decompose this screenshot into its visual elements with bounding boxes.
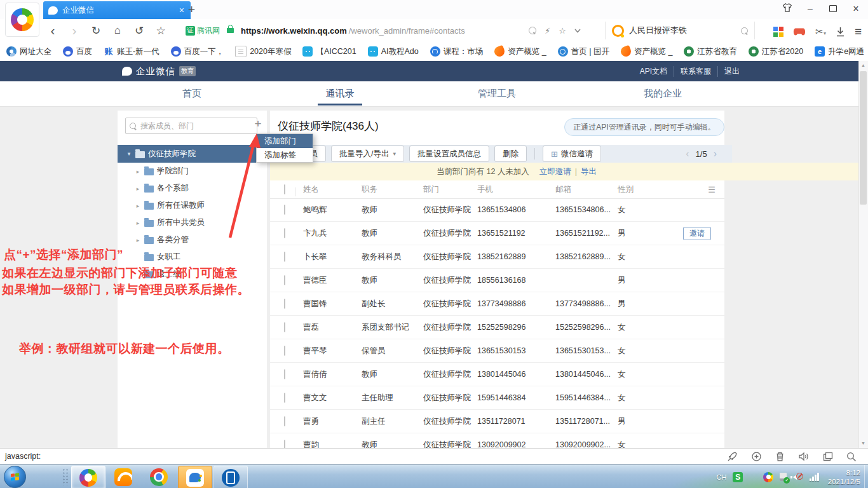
scrollbar-up-icon[interactable]: ▲ [859, 61, 867, 70]
row-checkbox[interactable] [284, 322, 285, 332]
table-row[interactable]: 曹德臣 教师 仪征技师学院 ;... 18556136168 男 [270, 269, 724, 292]
wechat-invite-button[interactable]: ⊞微信邀请 [543, 146, 601, 162]
home-button[interactable]: ⌂ [112, 24, 123, 37]
search-go-icon[interactable] [741, 27, 748, 34]
table-row[interactable]: 卜长翠 教务科科员 仪征技师学院 ;... 13852162889 138521… [270, 245, 724, 269]
bookmark-item[interactable]: 百度一下， [171, 46, 224, 57]
main-menu-icon[interactable]: ≡ [855, 25, 862, 39]
tray-360-icon[interactable] [763, 472, 773, 482]
screenshot-scissors-icon[interactable]: ✂▾ [815, 26, 826, 37]
table-row[interactable]: 曹平琴 保管员 仪征技师学院 ;... 13651530153 13651530… [270, 339, 724, 363]
back-button[interactable]: ‹ [47, 23, 58, 38]
tree-expand-icon[interactable]: ▸ [135, 237, 141, 243]
bookmark-item[interactable]: 资产概览 _ [494, 46, 546, 57]
select-all-checkbox[interactable] [284, 184, 285, 194]
refresh-button[interactable]: ↻ [90, 24, 102, 37]
page-scrollbar[interactable]: ▲ ▼ [858, 61, 868, 448]
topbar-link[interactable]: 联系客服 [674, 66, 718, 77]
row-checkbox[interactable] [284, 346, 285, 356]
taskbar-phone-assistant[interactable] [214, 466, 248, 488]
url-domain[interactable]: https://work.weixin.qq.com [241, 26, 347, 36]
taskbar-chrome[interactable] [142, 466, 175, 488]
bookmark-item[interactable]: AI教程Ado [368, 46, 419, 57]
undo-button[interactable]: ↺ [133, 24, 145, 37]
table-row[interactable]: 曹国锋 副处长 仪征技师学院 ;... 13773498886 13773498… [270, 292, 724, 316]
tab-close-icon[interactable]: × [178, 5, 186, 15]
taskbar-360-browser[interactable] [71, 466, 105, 488]
show-desktop-button[interactable] [864, 465, 868, 488]
browser-search-box[interactable]: 人民日报评李铁 [605, 22, 755, 39]
tree-expand-icon[interactable]: ▸ [135, 203, 141, 209]
cleaner-trash-icon[interactable] [775, 451, 785, 462]
browser-logo[interactable] [5, 3, 39, 37]
bookmark-item[interactable]: 首页 | 国开 [558, 46, 609, 57]
add-department-plus-button[interactable]: + [252, 117, 264, 131]
tree-expand-icon[interactable]: ▸ [135, 220, 141, 226]
row-checkbox[interactable] [284, 252, 285, 262]
games-icon[interactable] [793, 27, 806, 36]
language-indicator[interactable]: CH [716, 473, 726, 481]
tray-usb-icon[interactable] [780, 473, 787, 481]
forward-button[interactable]: › [69, 23, 80, 38]
bookmark-item[interactable]: 升学e网通 [815, 46, 864, 57]
find-in-page-icon[interactable] [529, 27, 536, 34]
prev-page-icon[interactable]: ‹ [686, 148, 689, 159]
export-link[interactable]: 导出 [581, 166, 597, 177]
address-bar[interactable]: 证 腾讯网 https://work.weixin.qq.com/wework_… [186, 22, 465, 39]
skin-button[interactable] [780, 3, 794, 15]
invite-now-link[interactable]: 立即邀请 [539, 166, 571, 177]
bookmark-item[interactable]: 账王-新一代 [104, 46, 159, 57]
multi-window-icon[interactable] [823, 452, 833, 461]
nav-tab[interactable]: 首页 [163, 81, 220, 105]
invite-button[interactable]: 邀请 [683, 227, 711, 240]
table-row[interactable]: 鲍鸣辉 教师 仪征技师学院 ;... 13651534806 136515348… [270, 198, 724, 222]
nav-tab[interactable]: 通讯录 [311, 81, 369, 105]
row-checkbox[interactable] [284, 299, 285, 309]
extensions-lightning-icon[interactable]: ⚡ [545, 26, 550, 36]
nav-tab[interactable]: 我的企业 [634, 81, 691, 105]
tray-network-signal-icon[interactable] [810, 473, 819, 481]
bookmark-item[interactable]: 资产概览 _ [621, 46, 672, 57]
scrollbar-down-icon[interactable]: ▼ [859, 439, 867, 448]
bookmark-item[interactable]: 江苏省教育 [684, 46, 737, 57]
batch-set-info-button[interactable]: 批量设置成员信息 [409, 146, 489, 162]
table-row[interactable]: 曹勇 副主任 仪征技师学院 ;... 13511728071 135117280… [270, 410, 724, 433]
nav-tab[interactable]: 管理工具 [468, 81, 526, 105]
table-row[interactable]: 卞九兵 教师 仪征技师学院 ;... 13651521192 136515211… [270, 222, 724, 245]
speed-test-icon[interactable] [751, 451, 762, 462]
sogou-input-icon[interactable]: S [733, 472, 743, 482]
row-checkbox[interactable] [284, 416, 285, 426]
row-checkbox[interactable] [284, 205, 285, 215]
tree-expand-icon[interactable]: ▸ [135, 168, 141, 175]
topbar-link[interactable]: 退出 [718, 66, 746, 77]
site-navigation-grid-icon[interactable] [773, 27, 783, 37]
row-checkbox[interactable] [284, 440, 285, 448]
search-input[interactable] [139, 121, 237, 131]
table-row[interactable]: 曹韵 教师 仪征技师学院 ;... 13092009902 1309200990… [270, 433, 724, 448]
zoom-icon[interactable] [846, 452, 857, 462]
bookmark-item[interactable]: 【AICC201 [302, 46, 356, 57]
topbar-link[interactable]: API文档 [634, 66, 674, 77]
row-checkbox[interactable] [284, 393, 285, 403]
tray-muted-volume-icon[interactable] [793, 473, 803, 482]
tree-item[interactable]: 女职工 [118, 248, 267, 266]
scrollbar-thumb[interactable] [860, 71, 867, 205]
bookmark-item[interactable]: 百度 [63, 46, 92, 57]
bookmark-item[interactable]: 2020年寒假 [235, 46, 291, 57]
minimize-button[interactable]: – [803, 4, 817, 14]
tree-expand-icon[interactable]: ▾ [126, 151, 132, 157]
new-tab-button[interactable]: + [188, 3, 195, 17]
site-cert-badge[interactable]: 证 腾讯网 [186, 25, 220, 36]
row-checkbox[interactable] [284, 369, 285, 379]
bookmark-item[interactable]: 江苏省2020 [749, 46, 803, 57]
search-query[interactable]: 人民日报评李铁 [629, 25, 736, 36]
table-row[interactable]: 曹磊 系团支部书记 仪征技师学院 ;... 15252598296 152525… [270, 316, 724, 339]
start-button[interactable] [4, 466, 26, 488]
volume-icon[interactable] [798, 452, 810, 461]
boost-rocket-icon[interactable] [727, 451, 738, 462]
url-path[interactable]: /wework_admin/frame#contacts [349, 26, 465, 36]
bookmark-page-star-icon[interactable]: ☆ [559, 26, 566, 36]
taskbar-wework[interactable] [178, 466, 212, 488]
next-page-icon[interactable]: › [714, 148, 717, 159]
table-row[interactable]: 曹文文 主任助理 仪征技师学院 ;... 15951446384 1595144… [270, 386, 724, 410]
